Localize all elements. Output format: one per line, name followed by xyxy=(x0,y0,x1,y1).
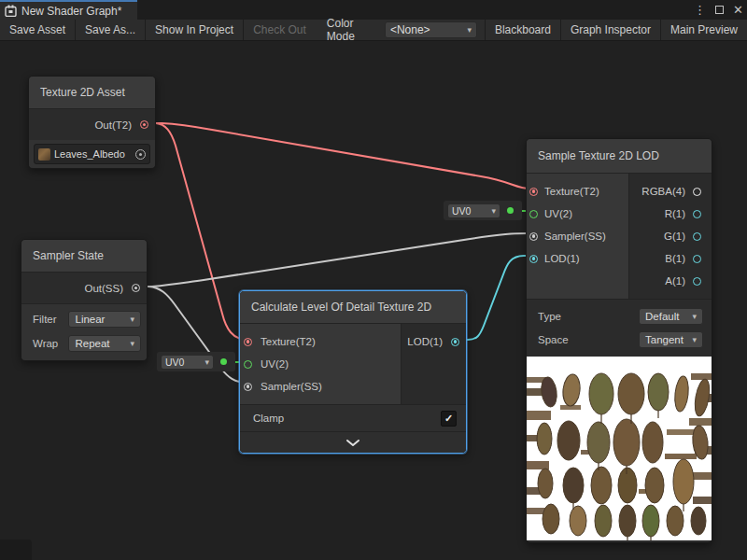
node-sample-texture-2d-lod[interactable]: Sample Texture 2D LOD Texture(T2) UV(2) … xyxy=(526,138,712,543)
port-label: Sampler(SS) xyxy=(261,381,322,392)
node-title-text: Sampler State xyxy=(33,249,104,262)
node-calculate-lod-texture-2d[interactable]: Calculate Level Of Detail Texture 2D Tex… xyxy=(239,290,467,454)
input-port-texture[interactable] xyxy=(529,188,538,196)
filter-dropdown[interactable]: Linear ▾ xyxy=(68,311,141,328)
uv-channel-dropdown[interactable]: UV0 ▾ xyxy=(161,355,214,370)
chevron-down-icon: ▾ xyxy=(692,312,697,321)
uv-channel-dropdown[interactable]: UV0 ▾ xyxy=(447,203,500,218)
blackboard-toggle-button[interactable]: Blackboard xyxy=(486,20,561,40)
chevron-down-icon: ▾ xyxy=(491,206,496,216)
type-row: Type Default ▾ xyxy=(527,304,712,328)
type-dropdown[interactable]: Default ▾ xyxy=(639,308,703,325)
node-sampler-state[interactable]: Sampler State Out(SS) Filter Linear ▾ Wr… xyxy=(21,239,148,361)
port-label: LOD(1) xyxy=(544,253,580,264)
show-in-project-button[interactable]: Show In Project xyxy=(146,20,244,40)
port-area: Texture(T2) UV(2) Sampler(SS) LOD(1) RGB… xyxy=(527,174,712,299)
space-value: Tangent xyxy=(645,334,684,345)
sample-controls: Type Default ▾ Space Tangent ▾ xyxy=(527,299,712,357)
space-dropdown[interactable]: Tangent ▾ xyxy=(639,331,703,348)
uv-connector-dot xyxy=(507,207,514,214)
output-port-texture[interactable] xyxy=(140,120,148,129)
output-port-r[interactable] xyxy=(693,210,701,218)
check-out-button: Check Out xyxy=(244,20,316,40)
maximize-icon[interactable] xyxy=(715,6,724,14)
wrap-dropdown[interactable]: Repeat ▾ xyxy=(68,335,141,352)
shader-graph-window: Texture 2D Asset Out(T2) Leaves_Albedo S… xyxy=(0,0,747,560)
save-asset-button[interactable]: Save Asset xyxy=(0,20,76,40)
document-tab[interactable]: New Shader Graph* xyxy=(0,0,137,20)
output-port-lod[interactable] xyxy=(451,338,459,346)
save-as-button[interactable]: Save As... xyxy=(76,20,146,40)
filter-row: Filter Linear ▾ xyxy=(21,307,147,331)
port-label: B(1) xyxy=(665,253,685,264)
input-port-sampler[interactable] xyxy=(244,383,252,391)
input-port-sampler[interactable] xyxy=(529,232,538,241)
input-port-lod[interactable] xyxy=(529,255,538,263)
node-title: Calculate Level Of Detail Texture 2D xyxy=(240,291,466,324)
node-texture-2d-asset[interactable]: Texture 2D Asset Out(T2) Leaves_Albedo xyxy=(28,76,156,169)
save-as-label: Save As... xyxy=(85,23,135,36)
port-row-a: A(1) xyxy=(629,270,712,292)
window-controls: ⋮ ✕ xyxy=(694,0,743,20)
port-row-g: G(1) xyxy=(629,225,712,247)
space-row: Space Tangent ▾ xyxy=(527,328,712,351)
port-label: LOD(1) xyxy=(407,336,443,347)
collapse-button[interactable] xyxy=(240,431,466,453)
output-port-sampler[interactable] xyxy=(132,284,140,292)
port-label: UV(2) xyxy=(544,208,572,219)
asset-field-row: Leaves_Albedo xyxy=(29,140,155,168)
chevron-down-icon: ▾ xyxy=(130,339,134,348)
port-row-uv: UV(2) xyxy=(527,203,628,225)
input-port-uv[interactable] xyxy=(244,360,252,369)
clamp-checkbox[interactable]: ✓ xyxy=(441,411,457,427)
wrap-row: Wrap Repeat ▾ xyxy=(21,331,147,356)
port-label: RGBA(4) xyxy=(641,186,685,197)
output-port-rgba[interactable] xyxy=(693,188,701,196)
texture-object-field[interactable]: Leaves_Albedo xyxy=(34,144,150,164)
output-port-a[interactable] xyxy=(693,277,701,286)
output-port-g[interactable] xyxy=(693,232,701,241)
chevron-down-icon xyxy=(345,439,360,447)
uv-channel-widget-calc: UV0 ▾ xyxy=(157,352,235,371)
dock-corner-tab xyxy=(0,539,32,560)
chevron-down-icon: ▾ xyxy=(692,335,697,344)
input-ports-panel: Texture(T2) UV(2) Sampler(SS) LOD(1) xyxy=(527,174,629,299)
sampler-controls: Filter Linear ▾ Wrap Repeat ▾ xyxy=(21,303,147,360)
object-picker-icon[interactable] xyxy=(135,149,146,160)
main-preview-label: Main Preview xyxy=(670,23,738,36)
uv-connector-dot xyxy=(220,358,227,365)
clamp-row: Clamp ✓ xyxy=(240,404,466,431)
port-label: G(1) xyxy=(664,231,685,242)
uv-channel-widget-sample: UV0 ▾ xyxy=(444,201,522,220)
port-label: Texture(T2) xyxy=(261,336,316,347)
check-out-label: Check Out xyxy=(253,23,306,36)
port-row-sampler: Sampler(SS) xyxy=(527,225,628,247)
wrap-label: Wrap xyxy=(33,338,68,349)
color-mode-dropdown[interactable]: <None> ▾ xyxy=(385,21,477,38)
uv-channel-value: UV0 xyxy=(165,357,184,368)
type-value: Default xyxy=(645,311,679,322)
node-preview-image xyxy=(527,357,712,540)
chevron-down-icon: ▾ xyxy=(467,25,472,35)
main-preview-toggle-button[interactable]: Main Preview xyxy=(661,20,747,40)
input-port-uv[interactable] xyxy=(529,210,538,218)
wrap-value: Repeat xyxy=(75,338,109,349)
node-title-text: Texture 2D Asset xyxy=(40,86,125,99)
color-mode-value: <None> xyxy=(390,23,430,36)
input-ports-panel: Texture(T2) UV(2) Sampler(SS) xyxy=(240,324,402,404)
port-label: A(1) xyxy=(665,275,685,287)
kebab-menu-icon[interactable]: ⋮ xyxy=(694,4,706,16)
node-title: Texture 2D Asset xyxy=(29,77,155,109)
graph-inspector-toggle-button[interactable]: Graph Inspector xyxy=(561,20,661,40)
texture-asset-name: Leaves_Albedo xyxy=(54,148,132,160)
output-port-b[interactable] xyxy=(693,255,701,263)
close-icon[interactable]: ✕ xyxy=(733,4,743,16)
node-title: Sample Texture 2D LOD xyxy=(527,139,712,174)
node-title-text: Calculate Level Of Detail Texture 2D xyxy=(251,301,431,314)
port-row-out-ss: Out(SS) xyxy=(21,273,147,303)
input-port-texture[interactable] xyxy=(244,338,252,346)
port-row-lod: LOD(1) xyxy=(527,247,628,270)
color-mode-label: Color Mode xyxy=(316,17,385,43)
node-title-text: Sample Texture 2D LOD xyxy=(538,149,659,162)
port-row-rgba: RGBA(4) xyxy=(629,180,712,203)
